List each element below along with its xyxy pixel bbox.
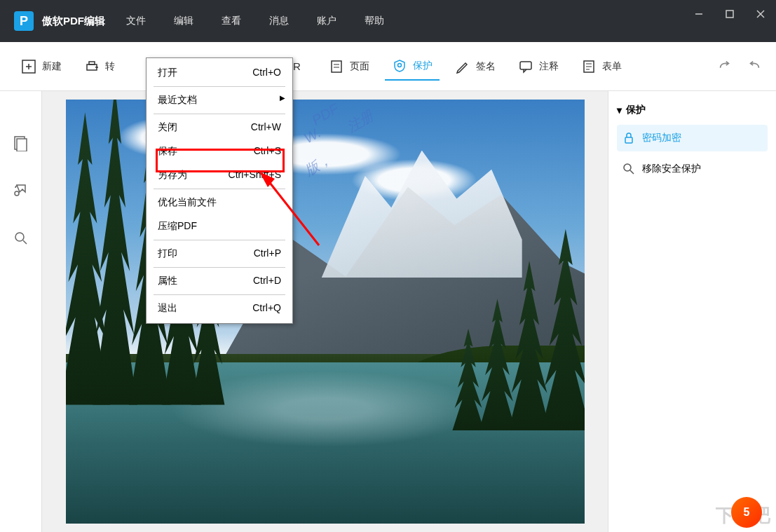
comment-icon	[518, 59, 533, 74]
left-sidebar	[0, 91, 42, 532]
file-dropdown: 打开Ctrl+O 最近文档▶ 关闭Ctrl+W 保存Ctrl+S 另存为Ctrl…	[146, 57, 293, 324]
svg-point-20	[15, 191, 19, 196]
remove-security-label: 移除安全保护	[642, 163, 701, 175]
svg-point-24	[624, 164, 631, 171]
dd-print[interactable]: 打印Ctrl+P	[147, 242, 292, 266]
search-icon[interactable]	[11, 229, 31, 248]
chevron-down-icon: ▾	[617, 104, 622, 116]
dd-open[interactable]: 打开Ctrl+O	[147, 61, 292, 85]
document-image	[66, 100, 585, 524]
svg-line-22	[23, 240, 27, 244]
dd-recent[interactable]: 最近文档▶	[147, 88, 292, 112]
close-button[interactable]	[752, 6, 769, 22]
svg-rect-19	[17, 139, 27, 151]
document-view[interactable]: PDF 注册 W. 版，	[66, 100, 585, 524]
comment-label: 注释	[539, 60, 559, 73]
ocr-label: R	[293, 60, 301, 72]
menu-edit[interactable]: 编辑	[174, 15, 193, 27]
protect-label: 保护	[413, 60, 433, 72]
app-logo: P	[14, 11, 34, 31]
dd-compress[interactable]: 压缩PDF	[147, 214, 292, 238]
titlebar: P 傲软PDF编辑 文件 编辑 查看 消息 账户 帮助	[0, 0, 776, 42]
dd-close[interactable]: 关闭Ctrl+W	[147, 116, 292, 139]
lock-icon	[622, 132, 635, 144]
svg-point-21	[15, 233, 24, 241]
main-menu: 文件 编辑 查看 消息 账户 帮助	[126, 15, 384, 27]
dd-properties[interactable]: 属性Ctrl+D	[147, 269, 292, 293]
redo-button[interactable]	[717, 59, 733, 74]
undo-button[interactable]	[747, 59, 762, 74]
menu-message[interactable]: 消息	[269, 15, 289, 27]
right-panel: ▾ 保护 密码加密 移除安全保护	[608, 91, 776, 532]
shield-icon	[392, 58, 407, 74]
comment-button[interactable]: 注释	[511, 53, 566, 80]
maximize-button[interactable]	[721, 6, 738, 22]
convert-button[interactable]: 转	[77, 53, 122, 80]
page-icon	[329, 59, 344, 74]
magnifier-icon	[622, 163, 635, 175]
encrypt-label: 密码加密	[642, 132, 681, 144]
toolbar-right	[717, 59, 762, 74]
svg-rect-23	[625, 137, 632, 143]
bookmark-icon[interactable]	[11, 181, 31, 200]
protect-button[interactable]: 保护	[385, 53, 440, 81]
new-label: 新建	[42, 60, 62, 73]
canvas-area: PDF 注册 W. 版，	[42, 91, 608, 532]
svg-rect-8	[89, 62, 95, 64]
form-button[interactable]: 表单	[574, 53, 629, 80]
remove-security-item[interactable]: 移除安全保护	[617, 156, 768, 182]
plus-icon	[21, 59, 36, 74]
menu-view[interactable]: 查看	[222, 15, 241, 27]
app-title: 傲软PDF编辑	[42, 15, 105, 28]
panel-title: 保护	[626, 104, 646, 116]
svg-rect-9	[332, 61, 341, 72]
new-button[interactable]: 新建	[14, 53, 69, 80]
pen-icon	[455, 59, 470, 74]
encrypt-item[interactable]: 密码加密	[617, 125, 768, 151]
form-label: 表单	[602, 60, 622, 73]
page-label: 页面	[350, 60, 369, 73]
convert-label: 转	[105, 60, 115, 73]
svg-rect-1	[726, 11, 733, 18]
printer-icon	[84, 59, 100, 74]
svg-rect-7	[87, 64, 97, 70]
dd-exit[interactable]: 退出Ctrl+Q	[147, 296, 292, 320]
site-logo-icon: 5	[731, 497, 762, 528]
sign-label: 签名	[476, 60, 496, 73]
svg-rect-13	[520, 62, 531, 69]
menu-help[interactable]: 帮助	[365, 15, 384, 27]
svg-line-25	[630, 170, 634, 174]
chevron-right-icon: ▶	[280, 94, 285, 102]
window-controls	[690, 0, 769, 28]
sign-button[interactable]: 签名	[448, 53, 503, 80]
dd-save[interactable]: 保存Ctrl+S	[147, 139, 292, 163]
menu-account[interactable]: 账户	[317, 15, 336, 27]
toolbar: 新建 转 R 页面 保护 签名 注释 表单	[0, 42, 776, 91]
main-area: PDF 注册 W. 版， ▾ 保护 密码加密 移除安全保护	[0, 91, 776, 532]
svg-point-12	[397, 63, 401, 67]
dd-saveas[interactable]: 另存为Ctrl+Shift+S	[147, 163, 292, 187]
thumbnails-icon[interactable]	[11, 133, 31, 153]
dd-optimize[interactable]: 优化当前文件	[147, 191, 292, 214]
page-button[interactable]: 页面	[322, 53, 376, 80]
panel-header[interactable]: ▾ 保护	[617, 100, 768, 121]
minimize-button[interactable]	[690, 6, 707, 22]
menu-file[interactable]: 文件	[126, 15, 146, 27]
form-icon	[581, 59, 597, 74]
